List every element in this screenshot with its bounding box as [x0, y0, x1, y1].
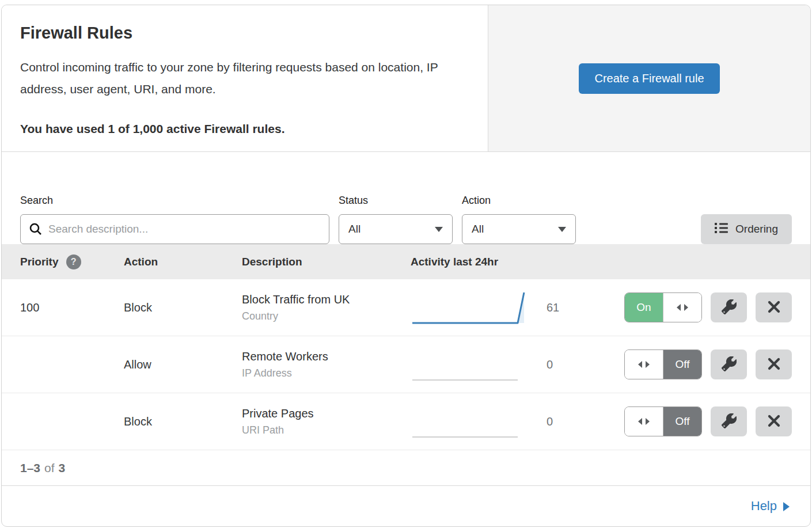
status-select[interactable]: All	[339, 214, 453, 244]
activity-count: 0	[547, 358, 566, 371]
rule-type: URI Path	[242, 424, 411, 436]
rule-description: Block Traffic from UK	[242, 293, 411, 306]
toggle-state-label[interactable]: On	[625, 293, 663, 322]
table-body: 100 Block Block Traffic from UK Country …	[2, 279, 810, 450]
create-firewall-rule-button[interactable]: Create a Firewall rule	[579, 63, 719, 94]
header-action-block: Create a Firewall rule	[488, 5, 810, 151]
toggle-state-label[interactable]: Off	[663, 350, 701, 379]
edit-rule-button[interactable]	[711, 406, 747, 436]
close-icon	[768, 358, 780, 372]
delete-rule-button[interactable]	[756, 406, 792, 436]
list-icon	[715, 222, 728, 237]
help-link-label: Help	[751, 499, 777, 514]
ordering-button[interactable]: Ordering	[701, 214, 792, 244]
rule-action: Block	[124, 301, 242, 314]
search-field-wrap	[20, 214, 329, 244]
arrow-right-icon	[783, 502, 790, 511]
wrench-icon	[722, 356, 737, 373]
header-section: Firewall Rules Control incoming traffic …	[2, 5, 810, 152]
pagination-of: of	[44, 461, 55, 475]
chevron-down-icon	[558, 227, 566, 232]
edit-rule-button[interactable]	[711, 349, 747, 379]
activity-count: 61	[547, 301, 566, 314]
activity-sparkline	[411, 287, 526, 328]
chevron-down-icon	[435, 227, 443, 232]
triangle-right-icon	[646, 418, 650, 425]
toggle-state-label[interactable]: Off	[663, 407, 701, 436]
page-description: Control incoming traffic to your zone by…	[20, 56, 464, 100]
toggle-knob[interactable]	[663, 293, 701, 322]
table-header: Priority ? Action Description Activity l…	[2, 244, 810, 279]
column-action: Action	[124, 256, 242, 268]
column-activity: Activity last 24hr	[411, 256, 810, 268]
action-selected-value: All	[472, 223, 484, 235]
rule-description: Private Pages	[242, 407, 411, 420]
toggle-knob[interactable]	[625, 407, 663, 436]
pagination-total: 3	[59, 461, 66, 475]
delete-rule-button[interactable]	[756, 349, 792, 379]
activity-sparkline	[411, 401, 526, 442]
ordering-button-label: Ordering	[735, 223, 778, 235]
rule-description: Remote Workers	[242, 350, 411, 363]
rule-enabled-toggle[interactable]: Off	[624, 349, 702, 379]
close-icon	[768, 301, 780, 315]
rule-type: IP Address	[242, 367, 411, 379]
firewall-rules-panel: Firewall Rules Control incoming traffic …	[1, 5, 811, 527]
status-label: Status	[339, 195, 453, 207]
priority-help-icon[interactable]: ?	[66, 254, 81, 269]
triangle-left-icon	[677, 304, 681, 311]
table-row: 100 Block Block Traffic from UK Country …	[2, 279, 810, 336]
column-priority: Priority	[20, 256, 59, 268]
triangle-right-icon	[684, 304, 688, 311]
action-select[interactable]: All	[462, 214, 576, 244]
wrench-icon	[722, 413, 737, 430]
triangle-left-icon	[638, 361, 642, 368]
search-icon	[29, 222, 43, 238]
page-title: Firewall Rules	[20, 24, 469, 43]
column-description: Description	[242, 256, 411, 268]
rule-action: Allow	[124, 358, 242, 371]
wrench-icon	[722, 299, 737, 316]
toggle-knob[interactable]	[625, 350, 663, 379]
activity-count: 0	[547, 415, 566, 428]
close-icon	[768, 415, 780, 429]
usage-note: You have used 1 of 1,000 active Firewall…	[20, 122, 469, 136]
help-link[interactable]: Help	[751, 499, 790, 514]
rule-enabled-toggle[interactable]: Off	[624, 406, 702, 436]
action-label: Action	[462, 195, 576, 207]
activity-sparkline	[411, 344, 526, 385]
status-selected-value: All	[348, 223, 361, 235]
pagination-bar: 1–3 of 3	[2, 450, 810, 486]
table-row: Block Private Pages URI Path 0 Off	[2, 393, 810, 450]
help-bar: Help	[2, 486, 810, 526]
pagination-range: 1–3	[20, 461, 40, 475]
filter-bar: Search Status All Action All	[2, 152, 810, 244]
header-text-block: Firewall Rules Control incoming traffic …	[2, 5, 488, 151]
table-row: Allow Remote Workers IP Address 0 Off	[2, 336, 810, 393]
rule-action: Block	[124, 415, 242, 428]
rule-type: Country	[242, 310, 411, 322]
search-input[interactable]	[20, 214, 329, 244]
triangle-right-icon	[646, 361, 650, 368]
rule-enabled-toggle[interactable]: On	[624, 292, 702, 322]
edit-rule-button[interactable]	[711, 292, 747, 322]
triangle-left-icon	[638, 418, 642, 425]
rule-priority: 100	[20, 301, 124, 314]
delete-rule-button[interactable]	[756, 292, 792, 322]
search-label: Search	[20, 195, 329, 207]
